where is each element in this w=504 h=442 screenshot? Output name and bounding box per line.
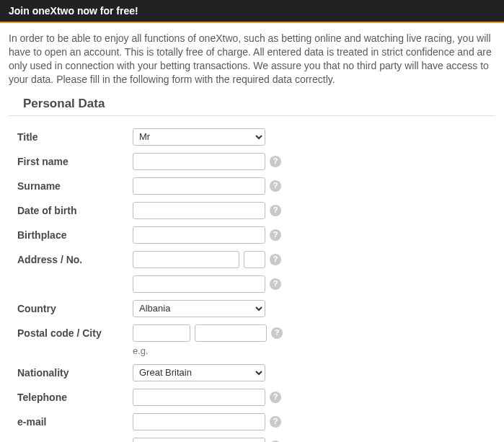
section-title: Personal Data [9, 94, 495, 116]
label-first-name: First name [17, 156, 133, 167]
row-dob: Date of birth ? [17, 201, 487, 220]
header-title: Join oneXtwo now for free! [9, 5, 138, 17]
address-no-input[interactable] [244, 251, 265, 268]
col-telephone: ? [133, 389, 283, 406]
label-email: e-mail [17, 416, 133, 428]
col-address-1: ? [133, 251, 283, 268]
help-icon: ? [270, 229, 281, 241]
dob-input[interactable] [133, 202, 265, 219]
col-surname: ? [133, 177, 283, 195]
label-surname: Surname [17, 180, 133, 192]
col-dob: ? [133, 202, 283, 219]
label-dob: Date of birth [17, 205, 133, 216]
col-first-name: ? [133, 153, 283, 170]
row-telephone: Telephone ? [17, 388, 487, 407]
label-country: Country [17, 303, 133, 314]
help-icon: ? [270, 392, 281, 403]
row-country: Country Albania [17, 299, 487, 318]
col-title: Mr [133, 128, 265, 146]
header-bar: Join oneXtwo now for free! [0, 0, 504, 23]
intro-text: In order to be able to enjoy all functio… [0, 23, 504, 94]
row-birthplace: Birthplace ? [17, 226, 487, 244]
help-icon: ? [270, 156, 281, 167]
col-country: Albania [133, 300, 265, 317]
help-icon: ? [271, 327, 283, 339]
city-input[interactable] [195, 324, 267, 342]
birthplace-input[interactable] [133, 226, 265, 244]
col-postal: ? [133, 324, 283, 342]
row-surname: Surname ? [17, 177, 487, 195]
row-email-again: e-mail again ? [17, 437, 487, 442]
label-postal: Postal code / City [17, 327, 133, 339]
label-nationality: Nationality [17, 367, 133, 379]
col-address-2: ? [133, 275, 283, 293]
help-icon: ? [270, 180, 281, 192]
col-birthplace: ? [133, 226, 283, 244]
help-icon: ? [270, 416, 281, 428]
postal-code-input[interactable] [133, 324, 190, 342]
country-select[interactable]: Albania [133, 300, 265, 317]
email-again-input[interactable] [133, 438, 265, 442]
help-icon: ? [270, 278, 281, 290]
row-nationality: Nationality Great Britain [17, 363, 487, 382]
help-icon: ? [270, 254, 281, 265]
postal-hint: e.g. [133, 345, 149, 356]
row-postal: Postal code / City ? [17, 324, 487, 342]
address-street-input[interactable] [133, 251, 239, 268]
surname-input[interactable] [133, 177, 265, 195]
label-birthplace: Birthplace [17, 229, 133, 241]
row-title: Title Mr [17, 128, 487, 146]
nationality-select[interactable]: Great Britain [133, 364, 265, 381]
col-email-again: ? [133, 438, 283, 442]
row-first-name: First name ? [17, 152, 487, 171]
row-email: e-mail ? [17, 412, 487, 431]
title-select[interactable]: Mr [133, 128, 265, 146]
col-email: ? [133, 413, 283, 430]
label-telephone: Telephone [17, 392, 133, 403]
row-postal-hint: e.g. [17, 345, 487, 356]
telephone-input[interactable] [133, 389, 265, 406]
row-address-2: ? [17, 275, 487, 293]
form-area: Title Mr First name ? Surname ? Date of … [0, 128, 504, 442]
help-icon: ? [270, 205, 281, 216]
row-address-1: Address / No. ? [17, 250, 487, 269]
col-nationality: Great Britain [133, 364, 265, 381]
email-input[interactable] [133, 413, 265, 430]
first-name-input[interactable] [133, 153, 265, 170]
address-line2-input[interactable] [133, 275, 265, 293]
label-title: Title [17, 131, 133, 143]
label-address: Address / No. [17, 254, 133, 265]
